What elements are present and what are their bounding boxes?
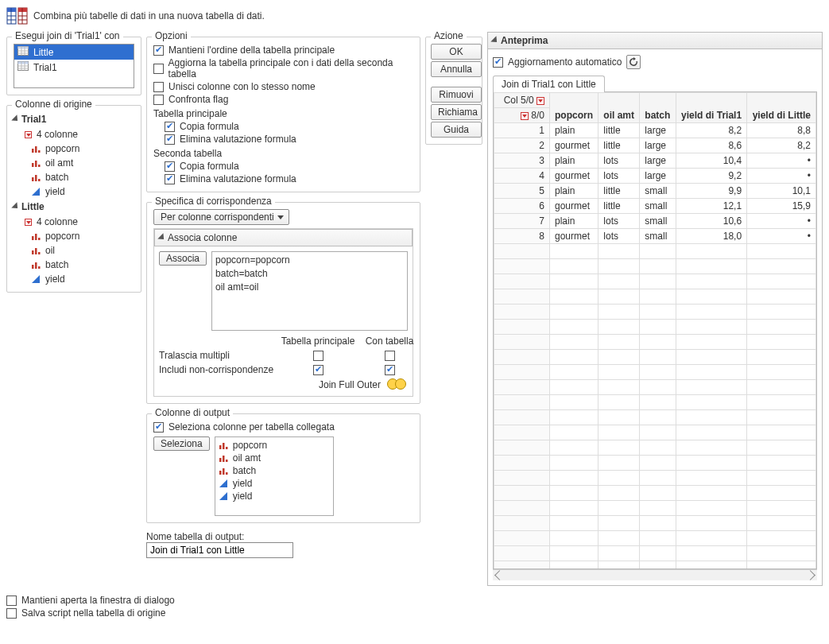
opt-keep-order-check[interactable] (153, 45, 164, 56)
cell-y2[interactable]: • (747, 214, 816, 229)
output-column-item[interactable]: yield (219, 490, 330, 502)
cell-oilamt[interactable]: little (599, 123, 640, 138)
join-table-item[interactable]: Little (14, 45, 134, 60)
remove-button[interactable]: Rimuovi (431, 87, 482, 103)
cell-popcorn[interactable]: gourmet (550, 229, 599, 244)
opt-compare-flag-check[interactable] (153, 95, 164, 105)
inc-main-check[interactable] (313, 365, 323, 375)
cell-y1[interactable]: 9,9 (676, 184, 747, 199)
sec-copy-formula-check[interactable] (165, 161, 175, 172)
horizontal-scrollbar[interactable] (493, 569, 817, 580)
cell-oilamt[interactable]: lots (599, 214, 640, 229)
columns-menu-icon[interactable] (25, 219, 32, 226)
assoc-pair-item[interactable]: oil amt=oil (215, 281, 404, 294)
drop-with-check[interactable] (385, 351, 395, 361)
cell-batch[interactable]: large (640, 169, 676, 184)
col-popcorn-header[interactable]: popcorn (550, 93, 599, 123)
preview-tab[interactable]: Join di Trial1 con Little (493, 76, 605, 92)
cell-popcorn[interactable]: plain (550, 153, 599, 169)
cell-oilamt[interactable]: little (599, 199, 640, 214)
cell-popcorn[interactable]: plain (550, 123, 599, 138)
source-column-item[interactable]: batch (14, 171, 134, 184)
cell-popcorn[interactable]: gourmet (550, 199, 599, 214)
assoc-pairs-list[interactable]: popcorn=popcornbatch=batchoil amt=oil (211, 251, 408, 331)
output-column-item[interactable]: yield (219, 477, 330, 490)
table-row[interactable]: 4gourmetlotslarge9,2• (494, 169, 816, 184)
output-column-item[interactable]: popcorn (219, 439, 330, 452)
inc-with-check[interactable] (385, 365, 395, 375)
col-info-menu[interactable] (537, 97, 544, 105)
cell-batch[interactable]: large (640, 123, 676, 138)
help-button[interactable]: Guida (431, 122, 482, 138)
refresh-button[interactable] (626, 55, 641, 69)
source-column-item[interactable]: popcorn (14, 230, 134, 242)
row-info-menu[interactable] (521, 112, 529, 120)
cell-y2[interactable]: 10,1 (747, 184, 816, 199)
opt-merge-same-check[interactable] (153, 82, 164, 92)
table-row[interactable]: 3plainlotslarge10,4• (494, 153, 816, 169)
table-row[interactable]: 6gourmetlittlesmall12,115,9 (494, 199, 816, 214)
cell-batch[interactable]: small (640, 214, 676, 229)
output-cols-list[interactable]: popcornoil amtbatchyieldyield (215, 436, 334, 516)
sec-elim-eval-check[interactable] (165, 174, 175, 184)
table-row[interactable]: 1plainlittlelarge8,28,8 (494, 123, 816, 138)
opt-update-main-check[interactable] (153, 64, 164, 74)
cell-y1[interactable]: 8,6 (676, 138, 747, 153)
cell-oilamt[interactable]: lots (599, 229, 640, 244)
cell-y1[interactable]: 10,4 (676, 153, 747, 169)
row-number[interactable]: 7 (494, 214, 550, 229)
col-y1-header[interactable]: yield di Trial1 (676, 93, 747, 123)
output-column-item[interactable]: oil amt (219, 452, 330, 464)
source-table-header[interactable]: Trial1 (14, 112, 134, 126)
cell-y2[interactable]: • (747, 229, 816, 244)
assoc-button[interactable]: Associa (159, 251, 207, 266)
assoc-disclosure-icon[interactable] (157, 233, 166, 242)
source-column-item[interactable]: yield (14, 185, 134, 198)
row-number[interactable]: 8 (494, 229, 550, 244)
row-number[interactable]: 6 (494, 199, 550, 214)
output-table-name-input[interactable] (146, 542, 293, 558)
table-row[interactable]: 8gourmetlotssmall18,0• (494, 229, 816, 244)
cell-popcorn[interactable]: plain (550, 184, 599, 199)
cell-y1[interactable]: 10,6 (676, 214, 747, 229)
col-batch-header[interactable]: batch (640, 93, 676, 123)
cell-y2[interactable]: 8,2 (747, 138, 816, 153)
source-column-item[interactable]: popcorn (14, 142, 134, 155)
source-column-item[interactable]: yield (14, 273, 134, 285)
cell-batch[interactable]: large (640, 153, 676, 169)
select-output-button[interactable]: Seleziona (153, 436, 210, 451)
row-number[interactable]: 1 (494, 123, 550, 138)
table-row[interactable]: 5plainlittlesmall9,910,1 (494, 184, 816, 199)
assoc-pair-item[interactable]: popcorn=popcorn (215, 254, 404, 267)
source-col-count[interactable]: 4 colonne (14, 128, 134, 141)
main-copy-formula-check[interactable] (165, 122, 175, 132)
cell-y1[interactable]: 18,0 (676, 229, 747, 244)
source-col-count[interactable]: 4 colonne (14, 215, 134, 228)
select-by-linked-check[interactable] (153, 422, 164, 433)
auto-update-check[interactable] (493, 57, 503, 68)
row-number[interactable]: 3 (494, 153, 550, 169)
col-y2-header[interactable]: yield di Little (747, 93, 816, 123)
tables-listbox[interactable]: LittleTrial1 (14, 44, 134, 88)
cell-batch[interactable]: small (640, 229, 676, 244)
save-script-check[interactable] (6, 608, 17, 619)
row-number[interactable]: 5 (494, 184, 550, 199)
row-number[interactable]: 4 (494, 169, 550, 184)
main-elim-eval-check[interactable] (165, 134, 175, 145)
cell-y1[interactable]: 8,2 (676, 123, 747, 138)
table-row[interactable]: 7plainlotssmall10,6• (494, 214, 816, 229)
cell-popcorn[interactable]: plain (550, 214, 599, 229)
cell-y2[interactable]: 15,9 (747, 199, 816, 214)
match-mode-dropdown[interactable]: Per colonne corrispondenti (153, 209, 289, 225)
assoc-pair-item[interactable]: batch=batch (215, 267, 404, 281)
preview-grid[interactable]: Col 5/0 popcorn oil amt batch yield di T… (494, 92, 816, 569)
cell-y2[interactable]: 8,8 (747, 123, 816, 138)
cell-y2[interactable]: • (747, 153, 816, 169)
cell-y2[interactable]: • (747, 169, 816, 184)
col-oilamt-header[interactable]: oil amt (599, 93, 640, 123)
source-column-item[interactable]: oil (14, 244, 134, 257)
cell-oilamt[interactable]: lots (599, 169, 640, 184)
cell-popcorn[interactable]: gourmet (550, 138, 599, 153)
cell-batch[interactable]: small (640, 199, 676, 214)
cell-oilamt[interactable]: lots (599, 153, 640, 169)
